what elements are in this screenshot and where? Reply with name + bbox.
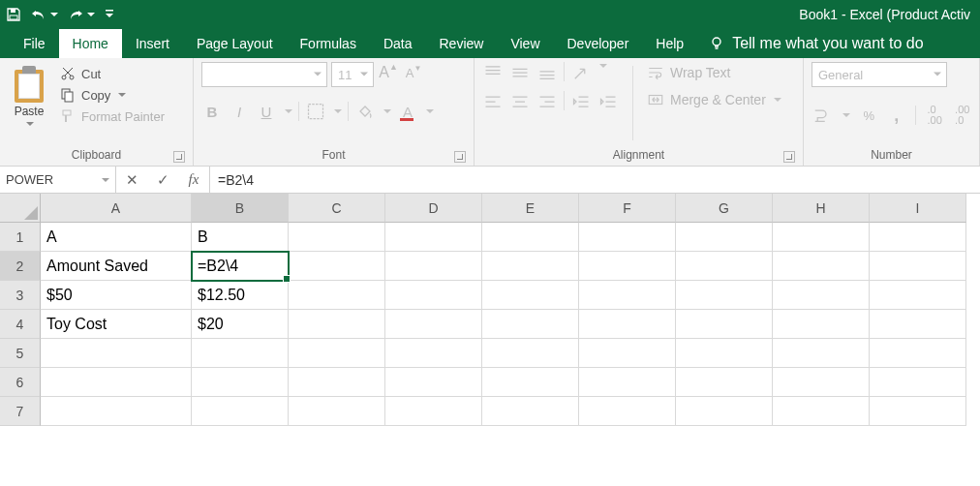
tab-help[interactable]: Help xyxy=(642,29,697,58)
col-header-G[interactable]: G xyxy=(676,194,773,223)
cell-B3[interactable]: $12.50 xyxy=(192,281,289,310)
cell-C2[interactable] xyxy=(289,252,385,281)
cell-E1[interactable] xyxy=(482,223,579,252)
cell-F6[interactable] xyxy=(579,368,676,397)
cell-E5[interactable] xyxy=(482,339,579,368)
paste-button[interactable]: Paste xyxy=(8,62,50,144)
cell-I6[interactable] xyxy=(870,368,966,397)
tab-review[interactable]: Review xyxy=(426,29,498,58)
tab-formulas[interactable]: Formulas xyxy=(287,29,370,58)
cell-C5[interactable] xyxy=(289,339,385,368)
cancel-formula-button[interactable]: ✕ xyxy=(116,171,147,189)
font-dialog-launcher[interactable] xyxy=(454,151,466,163)
align-center-button[interactable] xyxy=(509,91,531,112)
wrap-text-button[interactable]: Wrap Text xyxy=(647,64,781,81)
cell-H1[interactable] xyxy=(773,223,870,252)
row-header-7[interactable]: 7 xyxy=(0,397,41,426)
orientation-button[interactable] xyxy=(570,62,592,83)
decrease-decimal-button[interactable]: .00.0 xyxy=(953,105,971,126)
cell-D2[interactable] xyxy=(385,252,482,281)
cell-D1[interactable] xyxy=(385,223,482,252)
tab-home[interactable]: Home xyxy=(59,29,122,58)
formula-input[interactable]: =B2\4 xyxy=(210,167,980,193)
row-header-4[interactable]: 4 xyxy=(0,310,41,339)
cell-G5[interactable] xyxy=(676,339,773,368)
col-header-D[interactable]: D xyxy=(385,194,482,223)
cell-C3[interactable] xyxy=(289,281,385,310)
cell-A2[interactable]: Amount Saved xyxy=(41,252,192,281)
cell-A4[interactable]: Toy Cost xyxy=(41,310,192,339)
cell-A5[interactable] xyxy=(41,339,192,368)
underline-button[interactable]: U xyxy=(256,101,277,122)
cell-C7[interactable] xyxy=(289,397,385,426)
col-header-A[interactable]: A xyxy=(41,194,192,223)
undo-icon[interactable] xyxy=(31,8,58,21)
align-top-button[interactable] xyxy=(482,62,504,83)
row-header-3[interactable]: 3 xyxy=(0,281,41,310)
align-right-button[interactable] xyxy=(536,91,558,112)
copy-button[interactable]: Copy xyxy=(60,87,165,103)
italic-button[interactable]: I xyxy=(229,101,250,122)
cell-B1[interactable]: B xyxy=(192,223,289,252)
cell-H6[interactable] xyxy=(773,368,870,397)
cell-H4[interactable] xyxy=(773,310,870,339)
cell-H7[interactable] xyxy=(773,397,870,426)
alignment-dialog-launcher[interactable] xyxy=(783,151,795,163)
cut-button[interactable]: Cut xyxy=(60,66,165,81)
cell-G4[interactable] xyxy=(676,310,773,339)
cell-G1[interactable] xyxy=(676,223,773,252)
cell-D5[interactable] xyxy=(385,339,482,368)
cell-E3[interactable] xyxy=(482,281,579,310)
save-icon[interactable] xyxy=(6,7,21,22)
cell-D6[interactable] xyxy=(385,368,482,397)
cell-F4[interactable] xyxy=(579,310,676,339)
cell-E6[interactable] xyxy=(482,368,579,397)
tell-me-search[interactable]: Tell me what you want to do xyxy=(697,29,934,58)
cell-F7[interactable] xyxy=(579,397,676,426)
enter-formula-button[interactable]: ✓ xyxy=(147,171,178,189)
cell-B5[interactable] xyxy=(192,339,289,368)
col-header-E[interactable]: E xyxy=(482,194,579,223)
cell-G6[interactable] xyxy=(676,368,773,397)
cell-H5[interactable] xyxy=(773,339,870,368)
cell-E2[interactable] xyxy=(482,252,579,281)
tab-developer[interactable]: Developer xyxy=(554,29,643,58)
cell-A7[interactable] xyxy=(41,397,192,426)
tab-data[interactable]: Data xyxy=(370,29,426,58)
cell-F2[interactable] xyxy=(579,252,676,281)
align-middle-button[interactable] xyxy=(509,62,531,83)
cell-I4[interactable] xyxy=(870,310,966,339)
cell-G7[interactable] xyxy=(676,397,773,426)
font-color-button[interactable]: A xyxy=(397,101,418,122)
cell-B4[interactable]: $20 xyxy=(192,310,289,339)
cell-B2[interactable]: =B2\4 xyxy=(192,252,289,281)
cell-G2[interactable] xyxy=(676,252,773,281)
row-header-2[interactable]: 2 xyxy=(0,252,41,281)
merge-center-button[interactable]: Merge & Center xyxy=(647,91,781,108)
cell-E4[interactable] xyxy=(482,310,579,339)
cell-D4[interactable] xyxy=(385,310,482,339)
cell-C6[interactable] xyxy=(289,368,385,397)
name-box[interactable]: POWER xyxy=(0,167,116,193)
number-format-combo[interactable]: General xyxy=(812,62,947,87)
font-size-combo[interactable]: 11 xyxy=(331,62,374,87)
cell-B6[interactable] xyxy=(192,368,289,397)
accounting-format-button[interactable] xyxy=(812,105,831,126)
tab-view[interactable]: View xyxy=(497,29,553,58)
row-header-1[interactable]: 1 xyxy=(0,223,41,252)
col-header-B[interactable]: B xyxy=(192,194,289,223)
cell-B7[interactable] xyxy=(192,397,289,426)
cell-D3[interactable] xyxy=(385,281,482,310)
insert-function-button[interactable]: fx xyxy=(178,171,209,188)
percent-button[interactable]: % xyxy=(860,105,878,126)
align-bottom-button[interactable] xyxy=(536,62,558,83)
bold-button[interactable]: B xyxy=(201,101,223,122)
borders-button[interactable] xyxy=(305,101,326,122)
cell-C4[interactable] xyxy=(289,310,385,339)
tab-file[interactable]: File xyxy=(10,29,59,58)
cell-I3[interactable] xyxy=(870,281,966,310)
tab-insert[interactable]: Insert xyxy=(122,29,183,58)
row-header-5[interactable]: 5 xyxy=(0,339,41,368)
cell-D7[interactable] xyxy=(385,397,482,426)
redo-icon[interactable] xyxy=(68,8,95,21)
